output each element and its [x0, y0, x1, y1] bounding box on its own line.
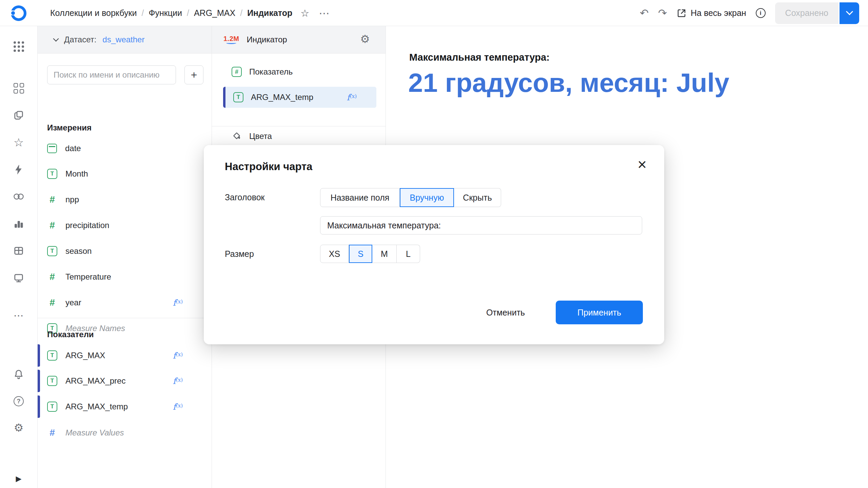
- size-m-button[interactable]: M: [372, 245, 397, 263]
- number-field-icon: [47, 298, 57, 308]
- apps-grid-icon[interactable]: [0, 38, 37, 55]
- indicator-chart-type-icon: 1.2M: [223, 35, 239, 44]
- more-actions-icon[interactable]: ⋯: [319, 7, 330, 20]
- fullscreen-label: На весь экран: [691, 8, 746, 18]
- modal-title: Настройки чарта: [225, 161, 312, 173]
- field-chip-arg-max-temp[interactable]: ARG_MAX_temp: [223, 87, 376, 108]
- field-label: ARG_MAX_temp: [65, 402, 128, 411]
- field-label: Month: [65, 169, 88, 179]
- indicator-title: Максимальная температура:: [409, 52, 550, 63]
- formula-icon: [173, 298, 183, 308]
- favorites-icon[interactable]: ☆: [0, 134, 37, 150]
- size-xs-button[interactable]: XS: [320, 245, 349, 263]
- breadcrumb-current: Индикатор: [247, 8, 292, 18]
- text-field-icon: [47, 169, 57, 179]
- panel-divider: [38, 318, 212, 318]
- formula-icon: [173, 351, 183, 361]
- number-field-icon: [47, 220, 57, 230]
- field-row-arg-max-prec[interactable]: ARG_MAX_prec: [38, 368, 212, 394]
- dataset-name-link[interactable]: ds_weather: [102, 35, 144, 44]
- measure-section-label: Показатель: [249, 67, 293, 77]
- colors-section-header[interactable]: Цвета: [232, 131, 272, 141]
- save-split-button: Сохранено: [775, 2, 859, 24]
- redo-icon[interactable]: ↷: [658, 8, 667, 18]
- text-field-icon: [47, 402, 57, 412]
- charts-icon[interactable]: [0, 216, 37, 232]
- text-field-icon: [47, 246, 57, 256]
- fullscreen-button[interactable]: На весь экран: [676, 8, 746, 18]
- header-mode-hide-button[interactable]: Скрыть: [454, 188, 501, 207]
- app-root: Коллекции и воркбуки / Функции / ARG_MAX…: [0, 0, 868, 488]
- expand-icon: [676, 8, 687, 18]
- dataset-panel: Датасет: ds_weather + Измерения date Mon…: [38, 26, 212, 488]
- breadcrumb-collections[interactable]: Коллекции и воркбуки: [50, 8, 137, 18]
- top-bar-actions: ↶ ↷ На весь экран i Сохранено: [640, 0, 859, 26]
- field-label: date: [65, 144, 81, 153]
- help-icon[interactable]: ?: [0, 393, 37, 409]
- collapse-panel-icon[interactable]: ▶: [0, 471, 37, 487]
- chart-settings-gear-icon[interactable]: ⚙: [360, 34, 370, 44]
- formula-icon: [173, 376, 183, 386]
- favorite-star-icon[interactable]: ☆: [300, 7, 309, 19]
- dataset-collapse-chevron-icon[interactable]: [53, 36, 59, 42]
- number-field-icon: [47, 195, 57, 205]
- field-row-arg-max-temp[interactable]: ARG_MAX_temp: [38, 394, 212, 420]
- field-row-arg-max[interactable]: ARG_MAX: [38, 343, 212, 368]
- connections-icon[interactable]: [0, 188, 37, 205]
- functions-icon[interactable]: [0, 161, 37, 178]
- measure-section-icon: [232, 67, 242, 77]
- size-s-button[interactable]: S: [349, 245, 372, 263]
- dimensions-title: Измерения: [47, 123, 92, 133]
- dataset-header: Датасет: ds_weather: [38, 26, 212, 54]
- formula-icon: [347, 93, 357, 102]
- add-field-button[interactable]: +: [184, 65, 203, 84]
- panel-divider: [212, 126, 386, 126]
- measure-section-header: Показатель: [232, 67, 293, 77]
- chart-title-input[interactable]: [320, 216, 642, 235]
- size-l-button[interactable]: L: [397, 245, 420, 263]
- field-label: year: [65, 298, 81, 307]
- header-mode-field-name-button[interactable]: Название поля: [320, 188, 400, 207]
- datalens-logo-icon[interactable]: [11, 5, 26, 21]
- chart-type-label[interactable]: Индикатор: [246, 35, 287, 44]
- field-row-precipitation[interactable]: precipitation: [38, 212, 212, 238]
- field-row-month[interactable]: Month: [38, 161, 212, 187]
- field-label: ARG_MAX: [65, 351, 105, 360]
- save-dropdown-button[interactable]: [840, 2, 859, 24]
- field-row-season[interactable]: season: [38, 238, 212, 264]
- field-row-npp[interactable]: npp: [38, 187, 212, 212]
- field-row-date[interactable]: date: [38, 136, 212, 161]
- colors-section-label: Цвета: [249, 131, 272, 141]
- close-icon[interactable]: ×: [637, 157, 647, 172]
- cancel-button[interactable]: Отменить: [475, 301, 536, 324]
- datasets-icon[interactable]: [0, 243, 37, 259]
- notifications-icon[interactable]: [0, 366, 37, 382]
- field-row-year[interactable]: year: [38, 290, 212, 316]
- info-icon[interactable]: i: [756, 8, 766, 18]
- header-mode-manual-button[interactable]: Вручную: [400, 188, 454, 207]
- text-field-icon: [233, 92, 243, 102]
- rail-more-icon[interactable]: ⋯: [0, 307, 37, 324]
- saved-button[interactable]: Сохранено: [775, 2, 839, 24]
- field-row-measure-values[interactable]: Measure Values: [38, 420, 212, 446]
- widgets-icon[interactable]: [0, 80, 37, 96]
- field-label: precipitation: [65, 221, 109, 230]
- chevron-down-icon: [846, 8, 853, 15]
- collections-icon[interactable]: [0, 107, 37, 123]
- field-label: Temperature: [65, 272, 111, 282]
- header-mode-segmented-control: Название поля Вручную Скрыть: [320, 188, 501, 207]
- field-label: Measure Values: [65, 428, 124, 438]
- field-label: npp: [65, 195, 79, 204]
- top-bar: Коллекции и воркбуки / Функции / ARG_MAX…: [0, 0, 868, 26]
- breadcrumb-argmax[interactable]: ARG_MAX: [194, 8, 235, 18]
- undo-icon[interactable]: ↶: [640, 8, 649, 18]
- breadcrumb-separator: /: [142, 8, 144, 18]
- text-field-icon: [47, 376, 57, 386]
- field-row-temperature[interactable]: Temperature: [38, 264, 212, 290]
- dashboards-icon[interactable]: [0, 270, 37, 286]
- field-search-input[interactable]: [47, 65, 176, 84]
- breadcrumb-functions[interactable]: Функции: [149, 8, 182, 18]
- apply-button[interactable]: Применить: [556, 301, 643, 324]
- settings-icon[interactable]: ⚙: [0, 420, 37, 436]
- field-label: season: [65, 246, 92, 256]
